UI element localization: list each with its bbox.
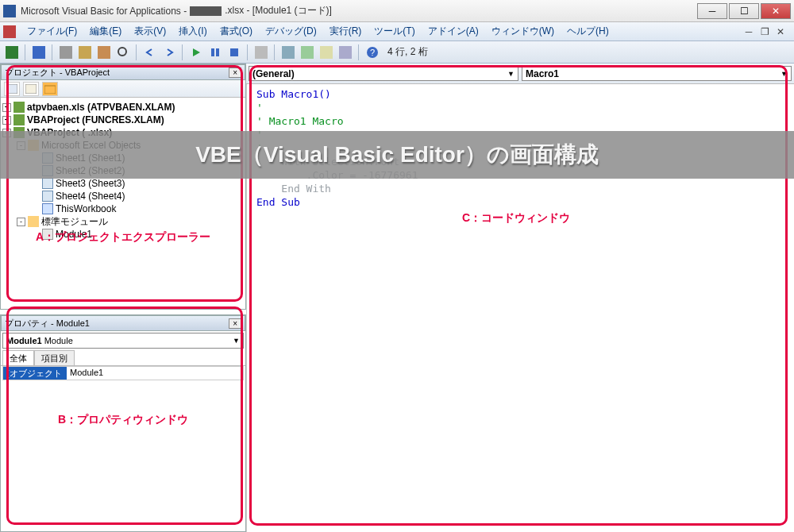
svg-rect-10 xyxy=(255,46,268,59)
tree-item[interactable]: ThisWorkbook xyxy=(2,202,244,215)
view-code-icon[interactable] xyxy=(4,82,20,96)
svg-rect-19 xyxy=(44,86,56,94)
reset-icon[interactable] xyxy=(225,44,243,61)
toggle-folders-icon[interactable] xyxy=(42,82,58,96)
excel-icon[interactable] xyxy=(3,25,16,38)
tree-item-label: Sheet4 (Sheet4) xyxy=(56,191,125,202)
menu-edit[interactable]: 編集(E) xyxy=(83,22,128,40)
standard-toolbar: ? 4 行, 2 桁 xyxy=(0,41,794,64)
properties-object-combo[interactable]: Module1 Module ▼ xyxy=(2,333,244,349)
tree-item[interactable]: Sheet4 (Sheet4) xyxy=(2,190,244,202)
project-explorer-close-icon[interactable]: × xyxy=(229,67,241,78)
project-toolbar xyxy=(1,80,245,98)
annotation-label-c: C：コードウィンドウ xyxy=(429,211,603,226)
tree-toggle-icon[interactable]: + xyxy=(2,116,11,125)
svg-point-5 xyxy=(118,48,126,56)
properties-tab-all[interactable]: 全体 xyxy=(2,350,34,365)
vba-icon xyxy=(13,114,25,125)
overlay-title: VBE（Visual Basic Editor）の画面構成 xyxy=(195,140,599,170)
svg-rect-3 xyxy=(79,46,91,59)
tree-toggle-icon[interactable]: + xyxy=(2,103,11,112)
break-icon[interactable] xyxy=(206,44,224,61)
properties-header[interactable]: プロパティ - Module1 × xyxy=(1,315,245,331)
close-button[interactable]: ✕ xyxy=(761,3,791,19)
object-combo-value: (General) xyxy=(252,68,295,79)
tree-toggle-icon[interactable]: - xyxy=(17,218,25,226)
properties-row-value[interactable]: Module1 xyxy=(67,367,243,380)
properties-window-icon[interactable] xyxy=(299,44,316,61)
design-mode-icon[interactable] xyxy=(252,44,270,61)
copy-icon[interactable] xyxy=(76,44,94,61)
object-browser-icon[interactable] xyxy=(318,44,335,61)
toolbar-separator xyxy=(52,44,53,60)
sheet-icon xyxy=(42,178,53,189)
overlay-banner: VBE（Visual Basic Editor）の画面構成 xyxy=(0,131,794,179)
properties-tab-category[interactable]: 項目別 xyxy=(34,350,75,365)
window-controls: ─ ☐ ✕ xyxy=(697,3,791,19)
svg-rect-8 xyxy=(216,48,219,56)
view-excel-icon[interactable] xyxy=(3,44,21,61)
object-combo[interactable]: (General) ▼ xyxy=(249,66,518,81)
view-object-icon[interactable] xyxy=(23,82,39,96)
menu-tools[interactable]: ツール(T) xyxy=(368,22,421,40)
menu-addins[interactable]: アドイン(A) xyxy=(422,22,485,40)
paste-icon[interactable] xyxy=(95,44,113,61)
toolbar-separator xyxy=(247,44,249,60)
help-icon[interactable]: ? xyxy=(364,44,381,61)
find-icon[interactable] xyxy=(114,44,132,61)
svg-rect-9 xyxy=(230,48,238,56)
title-app: Microsoft Visual Basic for Applications … xyxy=(21,6,187,17)
project-explorer-icon[interactable] xyxy=(279,44,297,61)
menu-run[interactable]: 実行(R) xyxy=(323,22,368,40)
undo-icon[interactable] xyxy=(141,44,159,61)
properties-row[interactable]: (オブジェクト名) Module1 xyxy=(2,366,244,380)
tree-item[interactable]: -標準モジュール xyxy=(2,215,244,228)
toolbox-icon[interactable] xyxy=(337,44,354,61)
svg-rect-7 xyxy=(211,48,214,56)
code-line[interactable]: ' xyxy=(256,101,784,114)
title-filename-censored xyxy=(190,6,222,16)
menu-help[interactable]: ヘルプ(H) xyxy=(561,22,615,40)
menu-file[interactable]: ファイル(F) xyxy=(21,22,83,40)
tree-item-label: VBAProject (FUNCRES.XLAM) xyxy=(27,114,164,125)
mdi-minimize[interactable]: ─ xyxy=(743,26,754,37)
tree-item-label: Sheet3 (Sheet3) xyxy=(56,178,125,189)
menu-format[interactable]: 書式(O) xyxy=(214,22,259,40)
mdi-close[interactable]: ✕ xyxy=(775,26,786,37)
code-line[interactable]: Sub Macro1() xyxy=(256,87,784,101)
project-explorer-header[interactable]: プロジェクト - VBAProject × xyxy=(1,64,245,80)
code-line[interactable]: End With xyxy=(256,182,784,195)
cut-icon[interactable] xyxy=(57,44,75,61)
annotation-label-b: B：プロパティウィンドウ xyxy=(44,413,202,427)
tree-item[interactable]: +VBAProject (FUNCRES.XLAM) xyxy=(2,114,244,126)
menu-window[interactable]: ウィンドウ(W) xyxy=(485,22,561,40)
sheet-icon xyxy=(42,191,53,202)
toolbar-separator xyxy=(358,44,360,60)
code-line[interactable]: End Sub xyxy=(256,195,784,209)
tree-item-label: ThisWorkbook xyxy=(56,203,116,214)
menu-view[interactable]: 表示(V) xyxy=(128,22,172,40)
mdi-restore[interactable]: ❐ xyxy=(759,26,770,37)
properties-close-icon[interactable]: × xyxy=(229,318,241,329)
svg-rect-11 xyxy=(282,46,295,59)
svg-text:?: ? xyxy=(370,48,375,57)
toolbar-separator xyxy=(25,44,26,60)
project-explorer-title: プロジェクト - VBAProject xyxy=(5,67,110,79)
code-line[interactable]: ' Macro1 Macro xyxy=(256,114,784,128)
tree-item[interactable]: Sheet3 (Sheet3) xyxy=(2,177,244,190)
properties-title: プロパティ - Module1 xyxy=(5,318,90,330)
tree-item-label: atpvbaen.xls (ATPVBAEN.XLAM) xyxy=(27,102,175,113)
menu-debug[interactable]: デバッグ(D) xyxy=(259,22,323,40)
minimize-button[interactable]: ─ xyxy=(697,3,727,19)
save-icon[interactable] xyxy=(30,44,48,61)
svg-rect-17 xyxy=(6,84,17,94)
tree-item[interactable]: +atpvbaen.xls (ATPVBAEN.XLAM) xyxy=(2,101,244,114)
maximize-button[interactable]: ☐ xyxy=(729,3,759,19)
redo-icon[interactable] xyxy=(160,44,178,61)
toolbar-separator xyxy=(182,44,183,60)
procedure-combo[interactable]: Macro1 ▼ xyxy=(522,66,792,81)
project-tree[interactable]: +atpvbaen.xls (ATPVBAEN.XLAM)+VBAProject… xyxy=(1,98,245,304)
properties-object-type: Module xyxy=(44,336,73,345)
menu-insert[interactable]: 挿入(I) xyxy=(172,22,213,40)
run-icon[interactable] xyxy=(187,44,205,61)
